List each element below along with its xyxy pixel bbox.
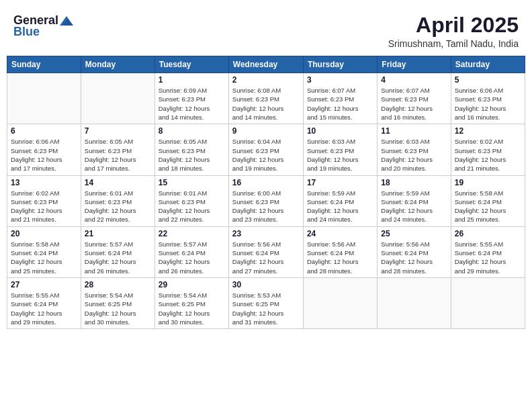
calendar-cell: 9Sunrise: 6:04 AM Sunset: 6:23 PM Daylig… bbox=[228, 124, 303, 175]
day-detail: Sunrise: 6:00 AM Sunset: 6:23 PM Dayligh… bbox=[232, 189, 300, 224]
calendar-cell: 7Sunrise: 6:05 AM Sunset: 6:23 PM Daylig… bbox=[81, 124, 154, 175]
day-detail: Sunrise: 6:02 AM Sunset: 6:23 PM Dayligh… bbox=[11, 189, 77, 224]
calendar-cell: 15Sunrise: 6:01 AM Sunset: 6:23 PM Dayli… bbox=[154, 175, 228, 226]
day-number: 27 bbox=[11, 280, 77, 289]
weekday-header: Friday bbox=[378, 56, 451, 73]
day-detail: Sunrise: 6:07 AM Sunset: 6:23 PM Dayligh… bbox=[381, 86, 447, 122]
weekday-header: Monday bbox=[81, 56, 154, 73]
calendar-cell: 10Sunrise: 6:03 AM Sunset: 6:23 PM Dayli… bbox=[303, 124, 377, 175]
day-detail: Sunrise: 6:03 AM Sunset: 6:23 PM Dayligh… bbox=[381, 137, 447, 173]
calendar-cell: 30Sunrise: 5:53 AM Sunset: 6:25 PM Dayli… bbox=[228, 277, 303, 328]
day-number: 2 bbox=[232, 75, 300, 85]
day-detail: Sunrise: 5:57 AM Sunset: 6:24 PM Dayligh… bbox=[159, 240, 225, 275]
header: General Blue April 2025 Srimushnam, Tami… bbox=[7, 7, 525, 53]
day-detail: Sunrise: 5:56 AM Sunset: 6:24 PM Dayligh… bbox=[381, 240, 447, 275]
page-container: General Blue April 2025 Srimushnam, Tami… bbox=[7, 7, 525, 329]
day-detail: Sunrise: 6:07 AM Sunset: 6:23 PM Dayligh… bbox=[307, 86, 373, 122]
day-detail: Sunrise: 6:01 AM Sunset: 6:23 PM Dayligh… bbox=[85, 189, 151, 224]
day-detail: Sunrise: 5:56 AM Sunset: 6:24 PM Dayligh… bbox=[307, 240, 373, 275]
calendar-cell: 29Sunrise: 5:54 AM Sunset: 6:25 PM Dayli… bbox=[154, 277, 228, 328]
day-detail: Sunrise: 5:59 AM Sunset: 6:24 PM Dayligh… bbox=[381, 189, 447, 224]
calendar-cell bbox=[378, 277, 451, 328]
calendar-cell: 28Sunrise: 5:54 AM Sunset: 6:25 PM Dayli… bbox=[81, 277, 154, 328]
calendar-cell: 8Sunrise: 6:05 AM Sunset: 6:23 PM Daylig… bbox=[154, 124, 228, 175]
calendar-cell: 12Sunrise: 6:02 AM Sunset: 6:23 PM Dayli… bbox=[451, 124, 525, 175]
day-detail: Sunrise: 6:04 AM Sunset: 6:23 PM Dayligh… bbox=[232, 137, 300, 173]
month-title: April 2025 bbox=[388, 13, 519, 37]
calendar-week-row: 6Sunrise: 6:06 AM Sunset: 6:23 PM Daylig… bbox=[7, 124, 525, 175]
day-detail: Sunrise: 6:03 AM Sunset: 6:23 PM Dayligh… bbox=[307, 137, 373, 173]
day-detail: Sunrise: 6:06 AM Sunset: 6:23 PM Dayligh… bbox=[11, 137, 77, 173]
calendar-cell: 6Sunrise: 6:06 AM Sunset: 6:23 PM Daylig… bbox=[7, 124, 81, 175]
title-area: April 2025 Srimushnam, Tamil Nadu, India bbox=[388, 13, 519, 49]
calendar-cell: 18Sunrise: 5:59 AM Sunset: 6:24 PM Dayli… bbox=[378, 175, 451, 226]
logo-icon bbox=[60, 16, 73, 26]
calendar-cell: 22Sunrise: 5:57 AM Sunset: 6:24 PM Dayli… bbox=[154, 226, 228, 277]
day-number: 6 bbox=[11, 126, 77, 136]
weekday-header: Saturday bbox=[451, 56, 525, 73]
day-number: 26 bbox=[455, 229, 521, 238]
day-number: 14 bbox=[85, 178, 151, 187]
calendar-cell: 3Sunrise: 6:07 AM Sunset: 6:23 PM Daylig… bbox=[303, 73, 377, 124]
day-detail: Sunrise: 6:05 AM Sunset: 6:23 PM Dayligh… bbox=[85, 137, 151, 173]
day-detail: Sunrise: 6:09 AM Sunset: 6:23 PM Dayligh… bbox=[159, 86, 225, 122]
calendar-header-row: SundayMondayTuesdayWednesdayThursdayFrid… bbox=[7, 56, 525, 73]
day-detail: Sunrise: 5:54 AM Sunset: 6:25 PM Dayligh… bbox=[159, 291, 225, 326]
day-number: 15 bbox=[159, 178, 225, 187]
weekday-header: Thursday bbox=[303, 56, 377, 73]
day-number: 22 bbox=[159, 229, 225, 238]
day-number: 4 bbox=[381, 75, 447, 85]
day-detail: Sunrise: 5:58 AM Sunset: 6:24 PM Dayligh… bbox=[455, 189, 521, 224]
calendar-week-row: 1Sunrise: 6:09 AM Sunset: 6:23 PM Daylig… bbox=[7, 73, 525, 124]
calendar-cell bbox=[7, 73, 81, 124]
calendar-cell: 2Sunrise: 6:08 AM Sunset: 6:23 PM Daylig… bbox=[228, 73, 303, 124]
day-number: 11 bbox=[381, 126, 447, 136]
calendar-cell: 25Sunrise: 5:56 AM Sunset: 6:24 PM Dayli… bbox=[378, 226, 451, 277]
day-number: 18 bbox=[381, 178, 447, 187]
calendar-cell: 13Sunrise: 6:02 AM Sunset: 6:23 PM Dayli… bbox=[7, 175, 81, 226]
day-number: 25 bbox=[381, 229, 447, 238]
calendar-cell bbox=[451, 277, 525, 328]
day-number: 21 bbox=[85, 229, 151, 238]
calendar-cell: 17Sunrise: 5:59 AM Sunset: 6:24 PM Dayli… bbox=[303, 175, 377, 226]
day-detail: Sunrise: 6:06 AM Sunset: 6:23 PM Dayligh… bbox=[455, 86, 521, 122]
day-detail: Sunrise: 5:59 AM Sunset: 6:24 PM Dayligh… bbox=[307, 189, 373, 224]
calendar-cell: 4Sunrise: 6:07 AM Sunset: 6:23 PM Daylig… bbox=[378, 73, 451, 124]
day-number: 30 bbox=[232, 280, 300, 289]
weekday-header: Tuesday bbox=[154, 56, 228, 73]
day-number: 29 bbox=[159, 280, 225, 289]
logo-blue-text: Blue bbox=[13, 25, 40, 39]
day-detail: Sunrise: 5:57 AM Sunset: 6:24 PM Dayligh… bbox=[85, 240, 151, 275]
day-number: 5 bbox=[455, 75, 521, 85]
calendar-cell: 27Sunrise: 5:55 AM Sunset: 6:24 PM Dayli… bbox=[7, 277, 81, 328]
day-number: 10 bbox=[307, 126, 373, 136]
calendar-cell: 16Sunrise: 6:00 AM Sunset: 6:23 PM Dayli… bbox=[228, 175, 303, 226]
day-detail: Sunrise: 6:01 AM Sunset: 6:23 PM Dayligh… bbox=[159, 189, 225, 224]
location-title: Srimushnam, Tamil Nadu, India bbox=[388, 38, 519, 49]
day-detail: Sunrise: 6:05 AM Sunset: 6:23 PM Dayligh… bbox=[159, 137, 225, 173]
day-number: 8 bbox=[159, 126, 225, 136]
calendar-cell: 21Sunrise: 5:57 AM Sunset: 6:24 PM Dayli… bbox=[81, 226, 154, 277]
calendar-week-row: 27Sunrise: 5:55 AM Sunset: 6:24 PM Dayli… bbox=[7, 277, 525, 328]
day-number: 13 bbox=[11, 178, 77, 187]
day-number: 7 bbox=[85, 126, 151, 136]
logo: General Blue bbox=[13, 13, 75, 39]
calendar-week-row: 20Sunrise: 5:58 AM Sunset: 6:24 PM Dayli… bbox=[7, 226, 525, 277]
day-number: 9 bbox=[232, 126, 300, 136]
day-detail: Sunrise: 5:58 AM Sunset: 6:24 PM Dayligh… bbox=[11, 240, 77, 275]
calendar-cell: 20Sunrise: 5:58 AM Sunset: 6:24 PM Dayli… bbox=[7, 226, 81, 277]
day-detail: Sunrise: 5:55 AM Sunset: 6:24 PM Dayligh… bbox=[455, 240, 521, 275]
day-number: 1 bbox=[159, 75, 225, 85]
day-number: 28 bbox=[85, 280, 151, 289]
weekday-header: Wednesday bbox=[228, 56, 303, 73]
day-number: 24 bbox=[307, 229, 373, 238]
calendar-cell: 26Sunrise: 5:55 AM Sunset: 6:24 PM Dayli… bbox=[451, 226, 525, 277]
day-number: 16 bbox=[232, 178, 300, 187]
calendar-cell: 5Sunrise: 6:06 AM Sunset: 6:23 PM Daylig… bbox=[451, 73, 525, 124]
calendar-table: SundayMondayTuesdayWednesdayThursdayFrid… bbox=[7, 56, 525, 329]
day-detail: Sunrise: 5:55 AM Sunset: 6:24 PM Dayligh… bbox=[11, 291, 77, 326]
day-detail: Sunrise: 6:08 AM Sunset: 6:23 PM Dayligh… bbox=[232, 86, 300, 122]
day-number: 12 bbox=[455, 126, 521, 136]
calendar-week-row: 13Sunrise: 6:02 AM Sunset: 6:23 PM Dayli… bbox=[7, 175, 525, 226]
day-detail: Sunrise: 5:54 AM Sunset: 6:25 PM Dayligh… bbox=[85, 291, 151, 326]
